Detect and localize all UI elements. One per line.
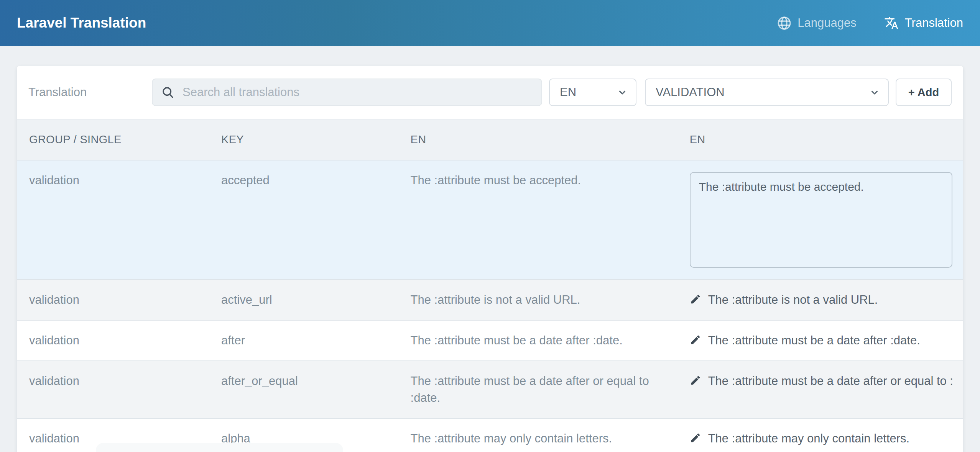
- translation-view[interactable]: The :attribute is not a valid URL.: [690, 292, 952, 308]
- card-title: Translation: [28, 85, 152, 99]
- globe-icon: [777, 16, 791, 30]
- translation-view[interactable]: The :attribute must be a date after or e…: [690, 373, 952, 390]
- cell-translation: The :attribute must be a date after :dat…: [677, 320, 963, 361]
- cell-source-text: The :attribute must be a date after or e…: [398, 361, 677, 418]
- translation-text: The :attribute may only contain letters.: [708, 430, 910, 447]
- cell-translation: The :attribute may only contain letters.…: [677, 418, 963, 452]
- translation-text: The :attribute must be a date after or e…: [708, 373, 952, 390]
- cell-key: active_url: [209, 280, 398, 320]
- edit-pencil-icon: [690, 430, 701, 444]
- tooltip-partial: [96, 443, 343, 452]
- cell-source-text: The :attribute is not a valid URL.: [398, 280, 677, 320]
- navbar: Laravel Translation Languages Translatio…: [0, 0, 980, 46]
- translation-text: The :attribute must be a date after :dat…: [708, 332, 920, 349]
- cell-key: after_or_equal: [209, 361, 398, 418]
- header-group-single: GROUP / SINGLE: [17, 120, 209, 160]
- cell-group: validation: [17, 361, 209, 418]
- table-row: validation after The :attribute must be …: [17, 320, 963, 361]
- nav-item-label: Translation: [905, 16, 963, 30]
- cell-translation: The :attribute must be a date after or e…: [677, 361, 963, 418]
- header-source-locale: EN: [398, 120, 677, 160]
- cell-translation: The :attribute must be accepted. The :at…: [677, 160, 963, 280]
- translation-view[interactable]: The :attribute must be a date after :dat…: [690, 332, 952, 349]
- edit-pencil-icon: [690, 292, 701, 305]
- search-input[interactable]: [183, 85, 533, 99]
- translate-icon: [884, 16, 899, 30]
- language-select-value: EN: [560, 85, 576, 99]
- header-key: KEY: [209, 120, 398, 160]
- chevron-down-icon: [870, 87, 880, 97]
- navbar-menu: Languages Translation: [777, 16, 963, 30]
- edit-pencil-icon: [690, 332, 701, 346]
- edit-pencil-icon: [690, 373, 701, 386]
- table-header-row: GROUP / SINGLE KEY EN EN: [17, 120, 963, 160]
- cell-source-text: The :attribute must be a date after :dat…: [398, 320, 677, 361]
- table-row: validation accepted The :attribute must …: [17, 160, 963, 280]
- table-row: validation active_url The :attribute is …: [17, 280, 963, 320]
- cell-group: validation: [17, 320, 209, 361]
- translations-table: GROUP / SINGLE KEY EN EN validation acce…: [17, 120, 963, 452]
- search-box: [152, 79, 542, 106]
- search-icon: [161, 85, 175, 99]
- cell-source-text: The :attribute may only contain letters.: [398, 418, 677, 452]
- cell-translation: The :attribute is not a valid URL. The :…: [677, 280, 963, 320]
- cell-key: after: [209, 320, 398, 361]
- chevron-down-icon: [617, 87, 627, 97]
- cell-source-text: The :attribute must be accepted.: [398, 160, 677, 280]
- cell-key: accepted: [209, 160, 398, 280]
- translation-editor[interactable]: The :attribute must be accepted.: [690, 172, 952, 268]
- header-target-locale: EN: [677, 120, 963, 160]
- nav-item-label: Languages: [797, 16, 856, 30]
- group-select[interactable]: VALIDATION: [645, 79, 889, 106]
- nav-item-languages[interactable]: Languages: [777, 16, 856, 30]
- language-select[interactable]: EN: [549, 79, 636, 106]
- toolbar: Translation EN VALIDATION: [17, 66, 963, 120]
- nav-item-translation[interactable]: Translation: [884, 16, 963, 30]
- cell-group: validation: [17, 160, 209, 280]
- add-button[interactable]: + Add: [896, 79, 952, 106]
- translation-text: The :attribute is not a valid URL.: [708, 292, 878, 308]
- translation-view[interactable]: The :attribute may only contain letters.: [690, 430, 952, 447]
- cell-group: validation: [17, 280, 209, 320]
- table-row: validation after_or_equal The :attribute…: [17, 361, 963, 418]
- app-title[interactable]: Laravel Translation: [17, 15, 146, 31]
- group-select-value: VALIDATION: [656, 85, 725, 99]
- translation-card: Translation EN VALIDATION: [17, 66, 963, 452]
